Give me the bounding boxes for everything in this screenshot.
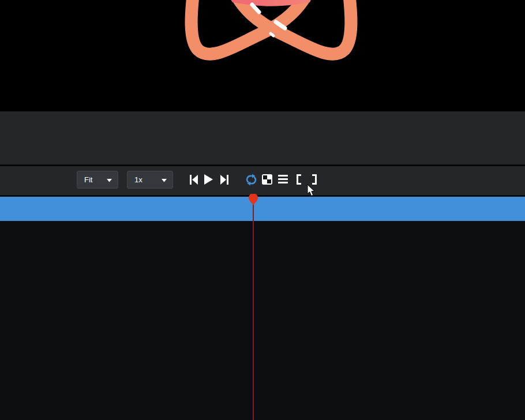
playback-speed-dropdown[interactable]: 1x — [127, 171, 173, 189]
loop-toggle-button[interactable] — [245, 174, 257, 186]
zoom-fit-dropdown[interactable]: Fit — [77, 171, 118, 189]
player-toolbar: Fit 1x — [0, 166, 525, 195]
knot-animation-graphic — [0, 0, 525, 111]
skip-to-start-button[interactable] — [190, 175, 198, 185]
skip-to-end-icon — [220, 175, 228, 185]
loop-icon — [245, 174, 257, 186]
preview-canvas — [0, 0, 525, 111]
background-toggle-button[interactable] — [262, 174, 272, 185]
checkerboard-icon — [262, 174, 272, 185]
skip-to-end-button[interactable] — [220, 175, 228, 185]
knot-highlight-3 — [271, 33, 273, 36]
playback-speed-value: 1x — [127, 175, 142, 184]
hamburger-menu-icon — [278, 175, 288, 183]
playhead-marker[interactable] — [248, 194, 258, 205]
play-icon — [204, 174, 213, 185]
loop-start-bracket-button[interactable] — [296, 174, 302, 185]
playhead-line[interactable] — [253, 202, 254, 420]
play-button[interactable] — [204, 174, 213, 185]
chevron-down-icon — [162, 179, 167, 182]
loop-end-bracket-button[interactable] — [312, 174, 317, 185]
left-bracket-icon — [296, 174, 302, 185]
timeline-scrubber-bar[interactable] — [0, 197, 525, 221]
zoom-fit-value: Fit — [77, 175, 92, 184]
right-bracket-icon — [312, 174, 317, 185]
frame-menu-button[interactable] — [278, 175, 288, 183]
skip-to-start-icon — [190, 175, 198, 185]
panel-upper-band — [0, 111, 525, 165]
timeline-track-area — [0, 221, 525, 420]
chevron-down-icon — [107, 179, 112, 182]
animation-player-window: Fit 1x — [0, 0, 525, 420]
